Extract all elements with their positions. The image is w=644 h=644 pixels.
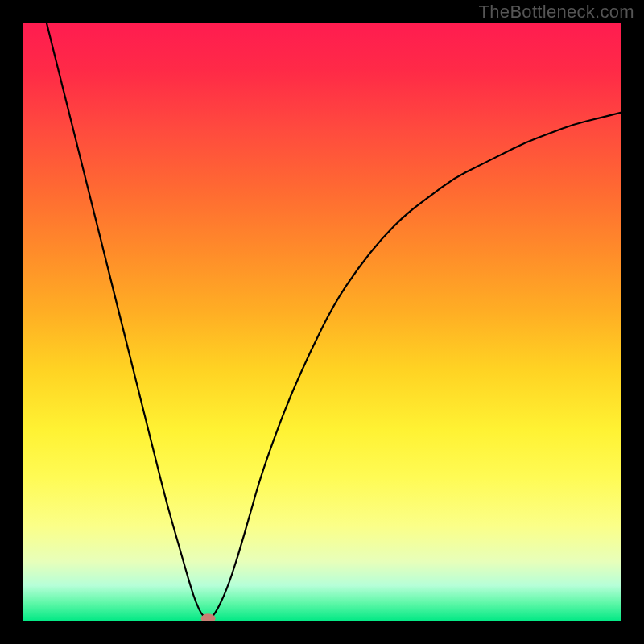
curve-svg [23,23,621,621]
bottleneck-curve [47,23,621,618]
watermark-text: TheBottleneck.com [479,2,634,23]
plot-area [23,23,621,621]
chart-container: TheBottleneck.com [0,0,644,644]
